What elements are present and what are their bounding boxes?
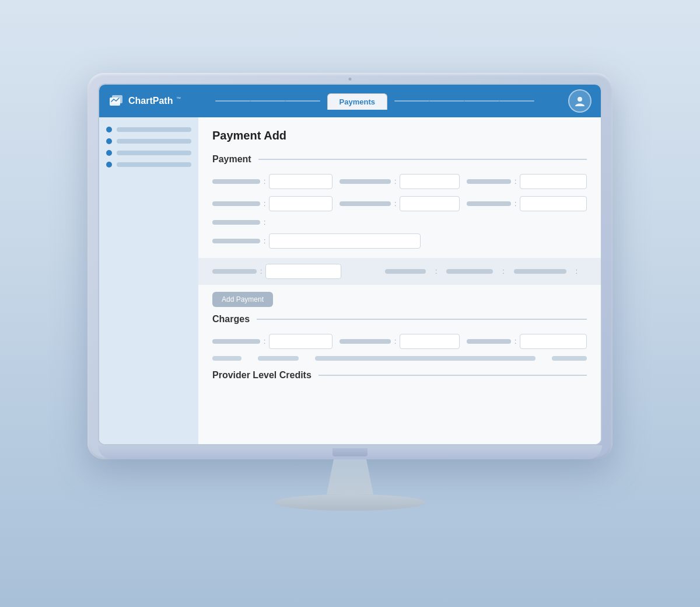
logo-icon (108, 94, 125, 108)
field-label-2-3 (467, 201, 511, 206)
add-button-row: Add Payment (212, 292, 587, 314)
nav-divider-1 (215, 100, 250, 102)
charges-field-label-1-3 (467, 339, 511, 344)
field-input-2-2[interactable] (400, 196, 460, 211)
payment-form-row-1: : : : (212, 174, 587, 189)
filter-field-group: : (212, 264, 376, 279)
filter-input[interactable] (265, 264, 341, 279)
field-input-wide-4-1[interactable] (269, 233, 421, 249)
charges-field-label-1-1 (212, 339, 260, 344)
charges-field-group-1-2: : (340, 334, 460, 349)
field-input-1-2[interactable] (400, 174, 460, 189)
sidebar-bar-3 (117, 151, 191, 155)
field-label-1-1 (212, 179, 260, 184)
monitor-stand-neck (327, 459, 373, 494)
nav-divider-2 (250, 100, 285, 102)
charges-section-header: Charges (212, 314, 587, 325)
field-group-2-1: : (212, 196, 332, 211)
user-avatar[interactable] (568, 89, 592, 113)
payment-form-row-3: : (212, 218, 587, 226)
charges-section-divider (257, 319, 587, 320)
field-label-2-1 (212, 201, 260, 206)
charges-form-row-2 (212, 356, 587, 361)
payment-section-title: Payment (212, 154, 251, 165)
charges-placeholder-1 (212, 356, 242, 361)
nav-divider-3 (285, 100, 320, 102)
page-title: Payment Add (212, 129, 587, 142)
sidebar-item-4[interactable] (106, 162, 191, 168)
monitor-notch (332, 448, 368, 456)
nav-divider-5 (429, 100, 464, 102)
field-label-1-3 (467, 179, 511, 184)
charges-form-grid: : : : (212, 334, 587, 361)
sidebar-dot-1 (106, 127, 112, 132)
sidebar-dot-3 (106, 150, 112, 156)
filter-label-4 (514, 269, 566, 274)
sidebar-bar-1 (117, 127, 191, 132)
field-group-3-1: : (212, 218, 587, 226)
field-input-2-1[interactable] (269, 196, 332, 211)
charges-field-input-1-3[interactable] (520, 334, 587, 349)
sidebar (99, 117, 198, 444)
nav-divider-4 (394, 100, 429, 102)
charges-form-row-1: : : : (212, 334, 587, 349)
nav-divider-6 (464, 100, 499, 102)
charges-field-input-1-2[interactable] (400, 334, 460, 349)
logo: ChartPath ™ (108, 94, 181, 108)
navbar: ChartPath ™ Payments (99, 85, 601, 117)
field-label-4-1 (212, 239, 260, 243)
filter-field-label (212, 269, 257, 274)
charges-field-label-1-2 (340, 339, 391, 344)
charges-placeholder-4 (552, 356, 587, 361)
screen: ChartPath ™ Payments (98, 83, 602, 445)
charges-field-group-1-1: : (212, 334, 332, 349)
filter-row: : : : : (198, 258, 601, 285)
monitor-wrapper: ChartPath ™ Payments (88, 73, 612, 511)
field-group-1-3: : (467, 174, 587, 189)
sidebar-dot-4 (106, 162, 112, 168)
sidebar-item-2[interactable] (106, 138, 191, 144)
sidebar-dot-2 (106, 138, 112, 144)
sidebar-bar-2 (117, 139, 191, 144)
sidebar-item-1[interactable] (106, 127, 191, 132)
field-group-4-1: : (212, 233, 587, 249)
charges-placeholder-2 (258, 356, 299, 361)
monitor-stand-base (274, 494, 426, 511)
field-input-1-1[interactable] (269, 174, 332, 189)
charges-field-input-1-1[interactable] (269, 334, 332, 349)
charges-placeholder-3 (315, 356, 536, 361)
payment-form-grid: : : : (212, 174, 587, 249)
add-payment-button[interactable]: Add Payment (212, 292, 273, 307)
field-label-3-1 (212, 220, 260, 225)
sidebar-bar-4 (117, 162, 191, 167)
payment-form-row-4: : (212, 233, 587, 249)
charges-section-title: Charges (212, 314, 250, 325)
payment-section-header: Payment (212, 154, 587, 165)
credits-section-header: Provider Level Credits (212, 370, 587, 381)
field-group-1-2: : (340, 174, 460, 189)
charges-field-group-1-3: : (467, 334, 587, 349)
tab-payments[interactable]: Payments (327, 93, 387, 110)
svg-point-2 (578, 97, 582, 102)
filter-label-3 (446, 269, 493, 274)
content-area: Payment Add Payment : (99, 117, 601, 444)
field-group-1-1: : (212, 174, 332, 189)
field-group-2-3: : (467, 196, 587, 211)
credits-section-title: Provider Level Credits (212, 370, 312, 381)
field-group-2-2: : (340, 196, 460, 211)
payment-section-divider (258, 159, 587, 160)
logo-text: ChartPath (128, 96, 173, 106)
screen-camera-dot (349, 78, 352, 81)
payment-form-row-2: : : : (212, 196, 587, 211)
main-panel: Payment Add Payment : (198, 117, 601, 444)
field-input-1-3[interactable] (520, 174, 587, 189)
credits-section-divider (318, 375, 587, 376)
filter-label-2 (385, 269, 426, 274)
nav-tabs: Payments (181, 93, 568, 109)
monitor-bezel: ChartPath ™ Payments (88, 73, 612, 459)
sidebar-item-3[interactable] (106, 150, 191, 156)
nav-divider-7 (499, 100, 534, 102)
monitor-bottom-bezel (98, 445, 602, 459)
field-label-1-2 (340, 179, 391, 184)
field-input-2-3[interactable] (520, 196, 587, 211)
